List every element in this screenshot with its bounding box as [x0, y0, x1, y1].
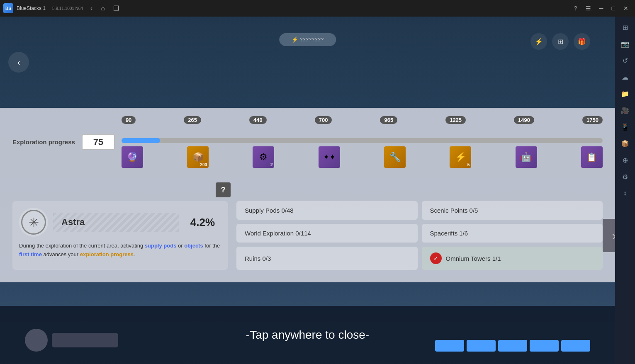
bottom-left-element: [25, 329, 118, 352]
progress-section: Exploration progress 75 90 265 440 700 9…: [12, 116, 603, 168]
milestone-1490: 1490: [514, 116, 534, 124]
bottom-btn-1[interactable]: [435, 340, 464, 352]
astra-snowflake-icon: ✳: [29, 215, 39, 230]
exploration-label: Exploration progress: [12, 138, 75, 146]
tap-anywhere-text: -Tap anywhere to close-: [246, 328, 369, 342]
sidebar-icon-settings[interactable]: ⚙: [618, 169, 633, 184]
right-sidebar: ⊞ 📷 ↺ ☁ 📁 🎥 📱 📦 ⊕ ⚙ ↕: [615, 17, 635, 364]
help-button[interactable]: ?: [571, 3, 581, 13]
back-button[interactable]: ‹: [8, 52, 29, 73]
milestone-1225: 1225: [445, 116, 466, 124]
milestone-265: 265: [184, 116, 201, 124]
game-area[interactable]: ‹ ⚡ ???????? ⚡ ⊞ 🎁 Exploration progress …: [0, 17, 615, 364]
reward-icons-row: 🔮 📦200 ⚙2 ✦✦ 🔧 ⚡5: [122, 146, 603, 168]
milestone-700: 700: [315, 116, 332, 124]
reward-icon-7[interactable]: 📋: [581, 146, 603, 168]
close-button[interactable]: ✕: [620, 3, 632, 13]
tap-anywhere-area[interactable]: -Tap anywhere to close-: [0, 306, 615, 364]
sidebar-icon-apk[interactable]: 📦: [618, 136, 633, 151]
sidebar-icon-apps[interactable]: 📱: [618, 119, 633, 134]
sidebar-icon-multiwindow[interactable]: ⊞: [618, 20, 633, 35]
reward-icon-6[interactable]: 🤖: [516, 146, 537, 168]
nav-back-button[interactable]: ‹: [88, 4, 95, 13]
bottom-right-buttons: [435, 340, 590, 352]
astra-panel: ✳ Astra 4.2% During the exploration of t…: [12, 201, 228, 270]
reward-icon-2[interactable]: ⚙2: [253, 146, 274, 168]
progress-bar: [122, 138, 603, 143]
objects-text: objects: [184, 243, 203, 249]
stat-spacerifts[interactable]: Spacerifts 1/6: [422, 224, 603, 243]
reward-icon-5[interactable]: ⚡5: [450, 146, 471, 168]
astra-percent: 4.2%: [184, 216, 221, 229]
stat-omnium-towers[interactable]: ✓ Omnium Towers 1/1: [422, 247, 603, 270]
milestone-badges: 90 265 440 700 965 1225 1490 1750: [122, 116, 603, 126]
maximize-button[interactable]: □: [608, 3, 618, 13]
astra-logo-inner: ✳: [21, 210, 46, 235]
stat-supply-pods-label: Supply Pods 0/48: [245, 207, 294, 214]
stat-ruins[interactable]: Ruins 0/3: [236, 247, 418, 270]
milestone-90: 90: [122, 116, 136, 124]
stat-scenic-points[interactable]: Scenic Points 0/5: [422, 201, 603, 220]
milestone-1750: 1750: [582, 116, 603, 124]
next-arrow-button[interactable]: ›: [603, 219, 615, 252]
stat-world-exploration-label: World Exploration 0/114: [245, 230, 311, 237]
top-icon-3[interactable]: 🎁: [574, 33, 590, 50]
minimize-button[interactable]: ─: [596, 3, 607, 13]
sidebar-icon-screenshot[interactable]: 📷: [618, 36, 633, 51]
bottom-content: ? ✳ Astra 4.2% During the exploration of…: [12, 201, 603, 270]
app-title: BlueStacks 1: [17, 5, 46, 11]
titlebar-nav: ‹ ⌂ ❐: [88, 4, 122, 13]
supply-pods-text: supply pods: [145, 243, 177, 249]
bottom-left-avatar: [25, 329, 48, 352]
nav-home-button[interactable]: ⌂: [98, 4, 107, 13]
stat-spacerifts-label: Spacerifts 1/6: [430, 230, 468, 237]
menu-button[interactable]: ☰: [582, 3, 594, 13]
sidebar-icon-folder[interactable]: 📁: [618, 86, 633, 101]
astra-header: ✳ Astra 4.2%: [19, 208, 221, 237]
sidebar-icon-refresh[interactable]: ↺: [618, 53, 633, 68]
sidebar-icon-cloud[interactable]: ☁: [618, 70, 633, 85]
top-center-button[interactable]: ⚡ ????????: [279, 33, 336, 46]
titlebar-controls: ? ☰ ─ □ ✕: [571, 3, 632, 13]
bottom-left-label: [52, 333, 118, 347]
app-subtitle: 5.9.11.1001 N64: [52, 6, 83, 11]
stat-world-exploration[interactable]: World Exploration 0/114: [236, 224, 418, 243]
titlebar: BS BlueStacks 1 5.9.11.1001 N64 ‹ ⌂ ❐ ? …: [0, 0, 635, 17]
question-button[interactable]: ?: [216, 182, 231, 197]
astra-logo: ✳: [19, 208, 48, 237]
reward-icon-0[interactable]: 🔮: [122, 146, 143, 168]
astra-description: During the exploration of the current ar…: [19, 242, 221, 259]
top-icon-2[interactable]: ⊞: [552, 33, 569, 50]
reward-icon-1[interactable]: 📦200: [187, 146, 209, 168]
bottom-btn-3[interactable]: [498, 340, 527, 352]
milestone-440: 440: [249, 116, 267, 124]
astra-name: Astra: [53, 213, 179, 232]
stats-panel: Supply Pods 0/48 Scenic Points 0/5 World…: [236, 201, 603, 270]
reward-icon-4[interactable]: 🔧: [384, 146, 406, 168]
stat-supply-pods[interactable]: Supply Pods 0/48: [236, 201, 418, 220]
bottom-btn-5[interactable]: [561, 340, 590, 352]
sidebar-icon-expand[interactable]: ↕: [618, 186, 633, 201]
top-game-area: ‹ ⚡ ???????? ⚡ ⊞ 🎁: [0, 17, 615, 108]
exploration-progress-text: exploration progress: [80, 251, 134, 257]
milestone-965: 965: [380, 116, 397, 124]
exploration-panel: Exploration progress 75 90 265 440 700 9…: [0, 108, 615, 282]
stat-scenic-points-label: Scenic Points 0/5: [430, 207, 478, 214]
stat-omnium-towers-label: Omnium Towers 1/1: [446, 255, 501, 262]
completed-check-icon: ✓: [430, 252, 442, 264]
first-time-text: first time: [19, 251, 42, 257]
reward-icon-3[interactable]: ✦✦: [319, 146, 340, 168]
sidebar-icon-layers[interactable]: ⊕: [618, 153, 633, 167]
app-logo: BS: [3, 3, 13, 13]
progress-bar-fill: [122, 138, 160, 143]
bottom-btn-2[interactable]: [467, 340, 496, 352]
top-right-icons: ⚡ ⊞ 🎁: [530, 33, 590, 50]
nav-window-button[interactable]: ❐: [111, 4, 122, 13]
sidebar-icon-camera[interactable]: 🎥: [618, 103, 633, 118]
progress-value: 75: [82, 134, 115, 150]
bottom-btn-4[interactable]: [530, 340, 559, 352]
stat-ruins-label: Ruins 0/3: [245, 255, 271, 262]
top-icon-1[interactable]: ⚡: [530, 33, 547, 50]
